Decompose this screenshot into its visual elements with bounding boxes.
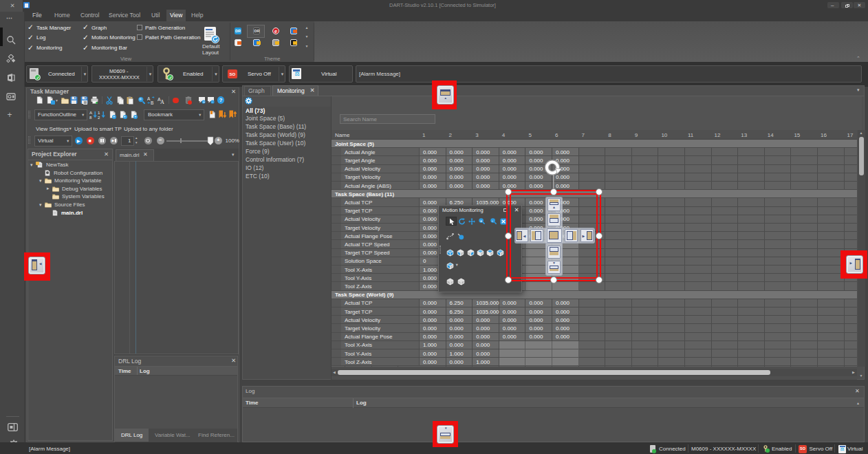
svg-text:+: + [202,100,204,104]
svg-text:B: B [151,100,153,105]
svg-text:1: 1 [98,111,100,115]
svg-text:8: 8 [89,116,92,120]
svg-text:A: A [160,99,164,105]
svg-text:-: - [212,100,213,104]
svg-text:2: 2 [98,116,100,120]
svg-text:-: - [491,219,492,223]
svg-text:A: A [89,111,92,115]
svg-text:+: + [479,219,482,223]
